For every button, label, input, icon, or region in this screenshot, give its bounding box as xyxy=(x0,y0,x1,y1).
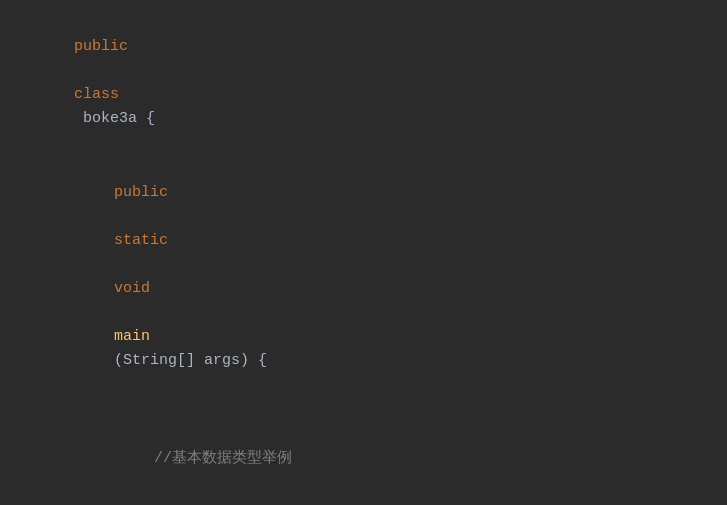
code-editor: public class boke3a { public static void… xyxy=(0,0,727,505)
line-content-1: public class boke3a { xyxy=(0,11,155,155)
keyword-public-1: public xyxy=(74,38,128,55)
code-line-2: public static void main (String[] args) … xyxy=(0,156,727,398)
keyword-public-2: public xyxy=(114,184,168,201)
line-content-4: //基本数据类型举例 xyxy=(0,423,292,495)
keyword-void: void xyxy=(114,280,150,297)
keyword-class: class xyxy=(74,86,119,103)
method-main: main xyxy=(114,328,150,345)
code-line-1: public class boke3a { xyxy=(0,10,727,156)
comment-1: //基本数据类型举例 xyxy=(154,450,292,467)
code-line-5: int number1 = 65 ; xyxy=(0,496,727,505)
line-content-2: public static void main (String[] args) … xyxy=(0,157,267,397)
code-line-3 xyxy=(0,398,727,422)
line-content-5: int number1 = 65 ; xyxy=(0,497,253,505)
keyword-static: static xyxy=(114,232,168,249)
code-line-4: //基本数据类型举例 xyxy=(0,422,727,496)
